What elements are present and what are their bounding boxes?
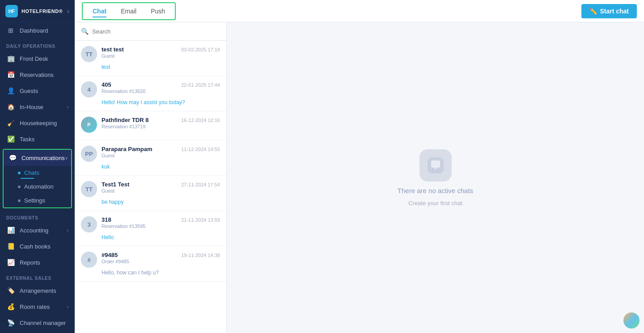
chat-item[interactable]: P Pathfinder TDR 8 16-12-2024 12:16 Rese…	[75, 111, 226, 140]
chat-item[interactable]: TT Test1 Test 27-11-2024 17:54 Guest be …	[75, 176, 226, 211]
empty-subtitle: Create your first chat	[408, 200, 462, 207]
empty-title: There are no active chats	[398, 187, 473, 194]
sidebar-toggle[interactable]: ‹	[67, 8, 69, 15]
tabs-container: Chat Email Push	[82, 2, 176, 20]
sidebar-item-label: Dashboard	[20, 27, 68, 34]
arrangements-icon: 🏷️	[6, 287, 15, 294]
sidebar-item-in-house[interactable]: 🏠 In-House ›	[0, 99, 75, 115]
chat-item[interactable]: PP Parapara Pampam 11-12-2024 14:55 Gues…	[75, 140, 226, 176]
chat-preview: kuk	[81, 164, 220, 170]
chat-preview: Hello	[81, 234, 220, 240]
chat-item[interactable]: 4 405 22-01-2025 17:44 Reservation #1362…	[75, 76, 226, 111]
chat-preview: be happy	[81, 199, 220, 205]
chat-avatar: 3	[81, 216, 97, 232]
chat-info: Test1 Test 27-11-2024 17:54 Guest	[102, 181, 220, 194]
guests-icon: 👤	[6, 87, 15, 94]
sidebar-item-front-desk[interactable]: 🏢 Front Desk	[0, 51, 75, 67]
sidebar: HF HOTELFRIEND® ‹ ⊞ Dashboard DAILY OPER…	[0, 0, 75, 333]
chat-item[interactable]: TT test test 03-02-2025 17:19 Guest test	[75, 41, 226, 76]
chat-sub: Guest	[102, 188, 220, 194]
tab-push[interactable]: Push	[144, 5, 172, 17]
start-chat-label: Start chat	[600, 8, 629, 15]
chat-preview: test	[81, 64, 220, 70]
chat-info: Parapara Pampam 11-12-2024 14:55 Guest	[102, 146, 220, 158]
reservations-icon: 📅	[6, 71, 15, 78]
chat-sub: Reservation #13620	[102, 89, 220, 94]
chat-item[interactable]: 3 318 21-11-2024 13:59 Reservation #1359…	[75, 211, 226, 246]
accounting-icon: 📊	[6, 227, 15, 234]
chat-name-row: test test 03-02-2025 17:19	[102, 46, 220, 53]
chat-time: 27-11-2024 17:54	[181, 182, 220, 187]
sidebar-item-reservations[interactable]: 📅 Reservations	[0, 67, 75, 83]
section-daily-ops: DAILY OPERATIONS	[0, 38, 75, 51]
chat-sub: Guest	[102, 53, 220, 59]
tab-chat[interactable]: Chat	[85, 5, 114, 17]
chat-name-row: Pathfinder TDR 8 16-12-2024 12:16	[102, 117, 220, 123]
sidebar-item-label: Tasks	[20, 136, 68, 143]
chat-area: 🔍 TT test test 03-02-2025 17:19 Guest te…	[75, 22, 644, 333]
chat-item-header: 3 318 21-11-2024 13:59 Reservation #1359…	[81, 216, 220, 232]
search-input[interactable]	[92, 28, 220, 35]
sidebar-item-housekeeping[interactable]: 🧹 Housekeeping	[0, 115, 75, 131]
chat-name: Pathfinder TDR 8	[102, 117, 148, 123]
chat-time: 16-12-2024 12:16	[181, 118, 220, 123]
start-chat-button[interactable]: ✏️ Start chat	[581, 4, 637, 18]
sidebar-item-tasks[interactable]: ✅ Tasks	[0, 131, 75, 147]
chat-sub: Guest	[102, 153, 220, 158]
top-bar: Chat Email Push ✏️ Start chat	[75, 0, 644, 22]
chat-preview: Hello! How may I assist you today?	[81, 99, 220, 105]
sidebar-item-channel-manager[interactable]: 📡 Channel manager	[0, 315, 75, 331]
chat-name-row: 405 22-01-2025 17:44	[102, 81, 220, 88]
chat-sub: Order #9485	[102, 259, 220, 264]
sidebar-item-label: In-House	[20, 104, 67, 110]
chat-info: 318 21-11-2024 13:59 Reservation #13595	[102, 216, 220, 229]
sidebar-item-label: Reservations	[20, 72, 68, 78]
dot-icon	[18, 199, 21, 202]
chat-item[interactable]: # #9485 19-11-2024 14:38 Order #9485 Hel…	[75, 246, 226, 282]
logo-text: HOTELFRIEND®	[21, 8, 63, 14]
sidebar-item-room-rates[interactable]: 💰 Room rates ›	[0, 299, 75, 315]
front-desk-icon: 🏢	[6, 55, 15, 62]
sidebar-item-accounting[interactable]: 📊 Accounting ›	[0, 222, 75, 238]
sidebar-item-direct-sales[interactable]: 💳 Direct Sales ›	[0, 331, 75, 333]
chat-avatar: #	[81, 252, 97, 268]
reports-icon: 📈	[6, 259, 15, 266]
channel-manager-icon: 📡	[6, 319, 15, 326]
chat-avatar: TT	[81, 46, 97, 62]
sidebar-item-guests[interactable]: 👤 Guests	[0, 83, 75, 99]
chats-label: Chats	[24, 169, 39, 176]
chat-items-list: TT test test 03-02-2025 17:19 Guest test…	[75, 41, 226, 333]
cash-books-icon: 📒	[6, 243, 15, 250]
chevron-down-icon: ∨	[65, 156, 68, 160]
room-rates-icon: 💰	[6, 303, 15, 310]
sidebar-sub-item-chats[interactable]: Chats	[4, 166, 71, 180]
sidebar-sub-item-settings[interactable]: Settings	[4, 194, 71, 207]
chat-info: #9485 19-11-2024 14:38 Order #9485	[102, 252, 220, 264]
sidebar-item-label: Guests	[20, 88, 68, 94]
sidebar-item-arrangements[interactable]: 🏷️ Arrangements	[0, 282, 75, 299]
chat-time: 19-11-2024 14:38	[181, 253, 220, 258]
sidebar-item-dashboard[interactable]: ⊞ Dashboard	[0, 22, 75, 38]
sidebar-item-label: Accounting	[20, 227, 67, 234]
sidebar-sub-item-automation[interactable]: Automation	[4, 180, 71, 194]
chat-time: 21-11-2024 13:59	[181, 217, 220, 223]
chat-sub: Reservation #13595	[102, 223, 220, 229]
sidebar-item-label: Reports	[20, 259, 68, 266]
logo-icon: HF	[5, 5, 18, 17]
chat-name-row: Parapara Pampam 11-12-2024 14:55	[102, 146, 220, 152]
communications-icon: 💬	[8, 154, 17, 161]
housekeeping-icon: 🧹	[6, 119, 15, 126]
sidebar-item-label: Housekeeping	[20, 120, 68, 126]
sidebar-item-label: Front Desk	[20, 55, 68, 62]
tab-email[interactable]: Email	[114, 5, 144, 17]
chat-name-row: #9485 19-11-2024 14:38	[102, 252, 220, 258]
sidebar-item-cash-books[interactable]: 📒 Cash books	[0, 238, 75, 254]
logo-area: HF HOTELFRIEND® ‹	[0, 0, 75, 22]
chat-item-header: P Pathfinder TDR 8 16-12-2024 12:16 Rese…	[81, 117, 220, 133]
dot-icon	[18, 185, 21, 188]
chat-time: 11-12-2024 14:55	[181, 147, 220, 152]
sidebar-item-communications[interactable]: 💬 Communications ∨	[4, 150, 71, 166]
chat-name: 318	[102, 216, 111, 223]
sidebar-item-reports[interactable]: 📈 Reports	[0, 254, 75, 270]
chat-info: 405 22-01-2025 17:44 Reservation #13620	[102, 81, 220, 94]
